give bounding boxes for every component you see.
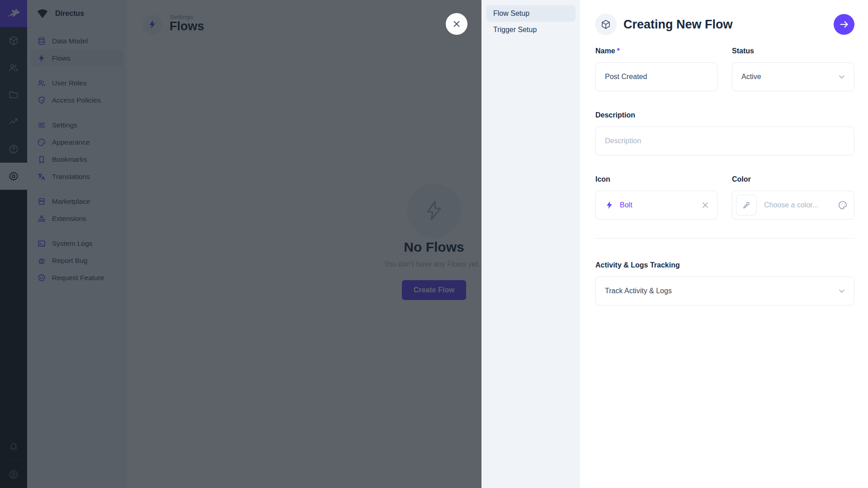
- required-marker: *: [617, 47, 620, 55]
- drawer-title-icon-circle: [595, 14, 617, 35]
- description-label: Description: [595, 111, 854, 120]
- eyedropper-button[interactable]: [736, 195, 757, 216]
- description-input[interactable]: [596, 127, 854, 155]
- cube-icon: [600, 19, 611, 30]
- name-label: Name*: [595, 47, 717, 56]
- color-input-box: [732, 191, 854, 220]
- bolt-icon: [605, 201, 614, 210]
- creating-new-flow-drawer: Flow Setup Trigger Setup Creating New Fl…: [481, 0, 868, 488]
- arrow-right-icon: [839, 19, 849, 30]
- icon-value: Bolt: [620, 201, 632, 209]
- drawer-title: Creating New Flow: [623, 18, 733, 32]
- drawer-main: Creating New Flow Name* Status Active: [580, 0, 868, 488]
- color-field: Color: [732, 175, 854, 220]
- eyedropper-icon: [742, 201, 751, 210]
- status-label: Status: [732, 47, 854, 56]
- tracking-label: Activity & Logs Tracking: [595, 261, 854, 270]
- tracking-select[interactable]: Track Activity & Logs: [595, 277, 854, 305]
- icon-select[interactable]: Bolt: [595, 191, 717, 220]
- color-label: Color: [732, 175, 854, 184]
- icon-label: Icon: [595, 175, 717, 184]
- name-input[interactable]: [596, 63, 717, 91]
- app: Directus Data Model Flows User Roles Acc…: [0, 0, 868, 488]
- chevron-down-icon: [837, 72, 847, 82]
- drawer-nav: Flow Setup Trigger Setup: [481, 0, 580, 488]
- tracking-field: Activity & Logs Tracking Track Activity …: [595, 261, 854, 305]
- drawer-nav-flow-setup[interactable]: Flow Setup: [486, 5, 576, 22]
- name-field: Name*: [595, 47, 717, 91]
- description-field: Description: [595, 111, 854, 155]
- section-divider: [595, 238, 854, 239]
- status-value: Active: [732, 73, 761, 81]
- icon-field: Icon Bolt: [595, 175, 717, 220]
- name-input-box: [595, 62, 717, 91]
- description-input-box: [595, 127, 854, 155]
- dim-overlay[interactable]: [0, 0, 481, 488]
- drawer-nav-trigger-setup[interactable]: Trigger Setup: [486, 22, 576, 38]
- palette-icon[interactable]: [838, 200, 848, 210]
- status-field: Status Active: [732, 47, 854, 91]
- clear-icon-button[interactable]: [701, 201, 710, 210]
- tracking-value: Track Activity & Logs: [596, 287, 672, 295]
- status-select[interactable]: Active: [732, 62, 854, 91]
- chevron-down-icon: [837, 286, 847, 296]
- close-icon[interactable]: [446, 13, 467, 35]
- submit-arrow-button[interactable]: [834, 14, 854, 35]
